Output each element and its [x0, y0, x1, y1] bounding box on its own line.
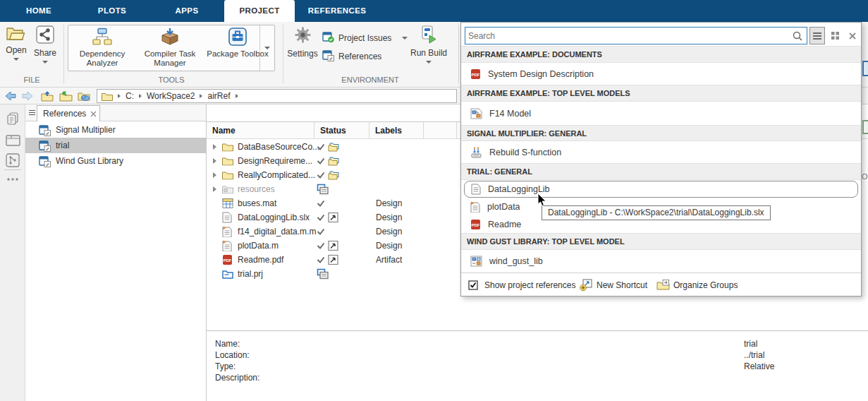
new-shortcut-button[interactable]: New Shortcut	[597, 280, 647, 290]
chevron-down-icon	[42, 61, 48, 64]
open-location-button[interactable]	[58, 90, 73, 102]
grid-view-button[interactable]	[827, 27, 843, 44]
file-label: Artifact	[376, 255, 402, 265]
open-button[interactable]: Open	[3, 25, 30, 61]
breadcrumb[interactable]: C: WorkSpace2 airRef	[97, 89, 457, 103]
tree-item-label: trial	[56, 140, 69, 150]
breadcrumb-separator-icon	[139, 94, 142, 98]
organize-groups-button[interactable]: Organize Groups	[673, 280, 738, 290]
breadcrumb-item-drive[interactable]: C:	[126, 91, 134, 101]
shortcut-item-wind-gust-lib[interactable]: wind_gust_lib	[461, 250, 861, 273]
settings-label: Settings	[287, 49, 317, 59]
matlab-project-window: HOME PLOTS APPS PROJECT REFERENCES Open …	[0, 0, 868, 401]
panel-menu-button[interactable]	[28, 109, 36, 116]
new-shortcut-icon[interactable]	[580, 279, 593, 292]
simulink-library-icon	[470, 256, 482, 267]
expand-icon[interactable]	[213, 158, 216, 164]
tab-project[interactable]: PROJECT	[224, 0, 295, 22]
show-project-references-label[interactable]: Show project references	[484, 280, 575, 290]
column-header-name[interactable]: Name	[207, 122, 314, 139]
shortcut-item-datalogginglib[interactable]: DataLoggingLib	[464, 181, 858, 198]
svg-text:PDF: PDF	[472, 222, 480, 227]
ellipsis-icon	[6, 177, 19, 181]
breadcrumb-separator-icon	[200, 94, 202, 98]
list-view-button[interactable]	[809, 27, 825, 44]
run-build-button[interactable]: Run Build	[409, 25, 448, 64]
open-label: Open	[6, 45, 26, 55]
tree-item-trial[interactable]: trial	[25, 138, 206, 153]
tab-apps[interactable]: APPS	[155, 0, 219, 22]
shortcut-item-rebuild-s-function[interactable]: Rebuild S-function	[461, 141, 861, 163]
folder-icon	[102, 92, 113, 101]
dependency-graph-view-button[interactable]	[5, 152, 20, 168]
project-issues-icon	[322, 31, 335, 45]
check-icon	[317, 228, 325, 235]
references-panel: References Signal Multiplier trial	[25, 104, 207, 401]
show-project-references-checkbox[interactable]	[468, 280, 478, 290]
shortcut-item-system-design-description[interactable]: PDF System Design Description	[461, 63, 861, 85]
up-one-level-button[interactable]	[39, 90, 55, 102]
organize-groups-icon[interactable]	[656, 279, 670, 290]
tab-references-panel[interactable]: References	[37, 105, 100, 121]
tree-item-wind-gust-library[interactable]: Wind Gust Library	[25, 153, 206, 169]
breadcrumb-separator-icon	[236, 94, 238, 98]
settings-button[interactable]: Settings	[286, 25, 319, 59]
file-group-label: FILE	[0, 74, 63, 85]
expand-icon[interactable]	[213, 186, 216, 192]
tools-group-label: TOOLS	[68, 74, 275, 85]
column-header-blank[interactable]	[424, 122, 457, 139]
gallery-expand-button[interactable]	[259, 25, 274, 71]
shared-folder-icon	[328, 156, 341, 166]
more-views-button[interactable]	[5, 172, 20, 187]
tab-plots[interactable]: PLOTS	[80, 0, 144, 22]
resources-folder-icon	[222, 185, 233, 194]
tab-home[interactable]: HOME	[11, 0, 66, 22]
detail-value-type: Relative	[744, 361, 774, 372]
breadcrumb-item-airref[interactable]: airRef	[207, 91, 230, 101]
folder-icon	[222, 143, 233, 152]
detail-value-name: trial	[744, 338, 757, 349]
tray-icon	[6, 134, 20, 146]
file-name: plotData.m	[238, 241, 279, 251]
column-header-status[interactable]: Status	[314, 122, 369, 139]
toolbox-view-button[interactable]	[5, 132, 20, 148]
file-name: DesignRequireme...	[238, 156, 312, 166]
shortcut-item-label: Readme	[488, 220, 521, 229]
shortcut-item-f14-model[interactable]: F14 Model	[461, 102, 861, 125]
pdf-icon: PDF	[470, 219, 481, 230]
popup-footer: Show project references New Shortcut Org…	[461, 273, 861, 297]
check-icon	[317, 157, 325, 164]
close-popup-button[interactable]	[846, 27, 859, 44]
column-header-labels[interactable]: Labels	[369, 122, 424, 139]
files-stack-icon	[6, 112, 20, 126]
dependency-analyzer-button[interactable]: Dependency Analyzer	[70, 28, 135, 68]
tab-references[interactable]: REFERENCES	[299, 0, 375, 22]
search-input[interactable]	[468, 28, 786, 43]
search-box[interactable]	[465, 27, 807, 44]
tree-item-label: Signal Multiplier	[56, 125, 116, 135]
project-files-view-button[interactable]	[5, 111, 20, 126]
close-icon[interactable]	[90, 111, 97, 117]
tree-item-label: Wind Gust Library	[56, 156, 123, 166]
svg-text:PDF: PDF	[472, 72, 480, 76]
file-label: Design	[376, 227, 402, 237]
detail-label-name: Name:	[215, 338, 240, 349]
folder-icon	[222, 157, 233, 166]
forward-button[interactable]	[20, 90, 35, 102]
expand-icon[interactable]	[213, 172, 216, 178]
file-name: buses.mat	[238, 198, 276, 208]
breadcrumb-item-workspace2[interactable]: WorkSpace2	[147, 91, 195, 101]
references-button[interactable]: References	[322, 49, 381, 64]
file-name: f14_digital_data.m.m	[238, 227, 316, 237]
share-button[interactable]: Share	[31, 25, 59, 64]
back-button[interactable]	[3, 90, 18, 102]
m-file-icon	[222, 240, 232, 251]
tree-item-signal-multiplier[interactable]: Signal Multiplier	[25, 122, 206, 138]
project-issues-button[interactable]: Project Issues	[322, 31, 408, 45]
reference-icon	[39, 124, 51, 136]
expand-icon[interactable]	[213, 144, 216, 150]
toolstrip-tab-bar: HOME PLOTS APPS PROJECT REFERENCES	[0, 0, 868, 22]
compiler-task-manager-button[interactable]: Compiler Task Manager	[137, 28, 202, 68]
shortcut-item-label: Rebuild S-function	[489, 148, 561, 157]
cloud-folder-button[interactable]	[76, 90, 92, 102]
